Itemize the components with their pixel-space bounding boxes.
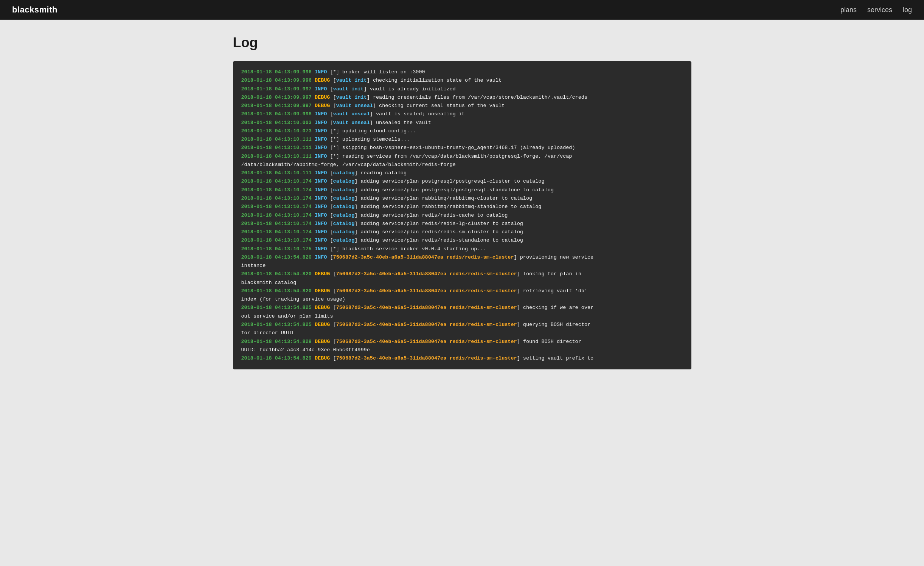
log-line: 2018-01-18 04:13:10.174 INFO [catalog] a… [241,203,683,211]
log-line: 2018-01-18 04:13:09.998 INFO [vault unse… [241,110,683,118]
log-output[interactable]: 2018-01-18 04:13:09.996 INFO [*] broker … [233,61,691,369]
log-line: 2018-01-18 04:13:10.175 INFO [*] blacksm… [241,245,683,253]
log-line: 2018-01-18 04:13:10.111 INFO [*] uploadi… [241,135,683,144]
log-line: 2018-01-18 04:13:54.820 DEBUG [750687d2-… [241,287,683,304]
log-line: 2018-01-18 04:13:10.174 INFO [catalog] a… [241,186,683,194]
log-line: 2018-01-18 04:13:10.174 INFO [catalog] a… [241,220,683,228]
log-line: 2018-01-18 04:13:10.174 INFO [catalog] a… [241,211,683,220]
log-line: 2018-01-18 04:13:10.111 INFO [*] reading… [241,152,683,169]
log-line: 2018-01-18 04:13:09.997 INFO [vault init… [241,85,683,93]
nav-log[interactable]: log [903,6,912,14]
log-line: 2018-01-18 04:13:54.825 DEBUG [750687d2-… [241,304,683,321]
log-line: 2018-01-18 04:13:09.997 DEBUG [vault uns… [241,102,683,110]
page-content: Log 2018-01-18 04:13:09.996 INFO [*] bro… [224,20,700,385]
log-line: 2018-01-18 04:13:54.820 INFO [750687d2-3… [241,253,683,270]
nav-services[interactable]: services [867,6,892,14]
log-line: 2018-01-18 04:13:09.996 DEBUG [vault ini… [241,76,683,85]
log-line: 2018-01-18 04:13:10.174 INFO [catalog] a… [241,228,683,236]
log-line: 2018-01-18 04:13:10.174 INFO [catalog] a… [241,194,683,203]
navbar: blacksmith plans services log [0,0,924,20]
log-line: 2018-01-18 04:13:54.825 DEBUG [750687d2-… [241,321,683,338]
nav-plans[interactable]: plans [840,6,857,14]
log-line: 2018-01-18 04:13:10.174 INFO [catalog] a… [241,177,683,186]
log-line: 2018-01-18 04:13:54.829 DEBUG [750687d2-… [241,354,683,363]
log-line: 2018-01-18 04:13:54.820 DEBUG [750687d2-… [241,270,683,287]
log-line: 2018-01-18 04:13:54.829 DEBUG [750687d2-… [241,338,683,355]
log-line: 2018-01-18 04:13:10.003 INFO [vault unse… [241,119,683,127]
log-line: 2018-01-18 04:13:09.997 DEBUG [vault ini… [241,93,683,102]
log-line: 2018-01-18 04:13:10.073 INFO [*] updatin… [241,127,683,135]
log-line: 2018-01-18 04:13:09.996 INFO [*] broker … [241,68,683,76]
nav-links: plans services log [840,6,912,14]
log-line: 2018-01-18 04:13:10.111 INFO [*] skippin… [241,144,683,152]
page-title: Log [233,35,691,51]
log-line: 2018-01-18 04:13:10.111 INFO [catalog] r… [241,169,683,177]
brand-logo: blacksmith [12,5,57,15]
log-line: 2018-01-18 04:13:10.174 INFO [catalog] a… [241,236,683,245]
